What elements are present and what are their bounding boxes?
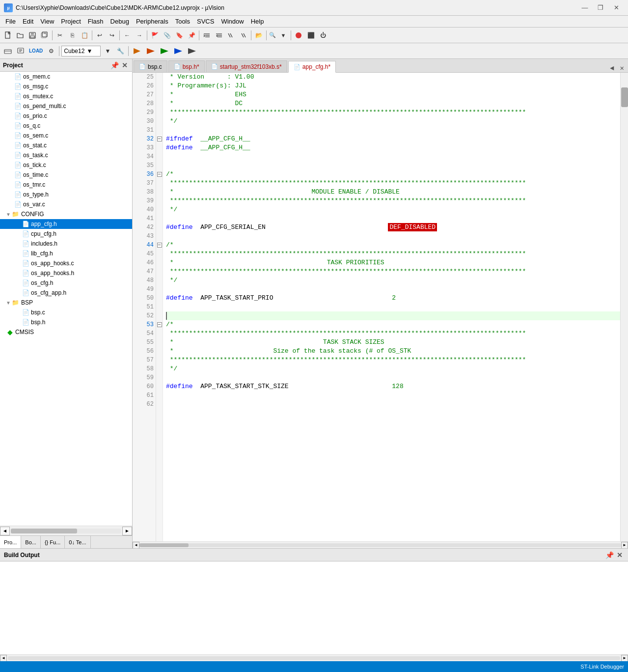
menu-help[interactable]: Help [247,17,268,26]
project-dropdown-config[interactable]: ▼ [102,45,113,57]
build-h-scroll-track[interactable] [8,656,620,660]
h-scroll-left-button[interactable]: ◄ [133,542,139,549]
menu-debug[interactable]: Debug [107,17,133,26]
paste-button[interactable]: 📋 [79,29,90,41]
tree-item-os_msg[interactable]: 📄 os_msg.c [0,82,132,91]
bookmark4-button[interactable]: 📌 [186,29,197,41]
unindent-button[interactable] [213,29,225,41]
manage-proj-button[interactable] [15,45,27,57]
comment-button[interactable] [225,29,237,41]
build-h-scroll-right[interactable]: ► [621,655,628,662]
save-all-button[interactable] [39,29,51,41]
tab-app-cfg-h[interactable]: 📄 app_cfg.h* [288,61,336,73]
build-target-button[interactable] [2,45,14,57]
magic-wand-button[interactable]: ⚙ [45,45,57,57]
menu-file[interactable]: File [2,17,19,26]
tree-item-os_sem[interactable]: 📄 os_sem.c [0,131,132,140]
build-h-scroll-left[interactable]: ◄ [0,655,7,662]
sidebar-tab-functions[interactable]: {} Fu... [41,536,65,548]
editor-vertical-scrollbar[interactable] [620,73,628,541]
tree-item-os_cfg_h[interactable]: 📄 os_cfg.h [0,278,132,288]
compile-button[interactable] [131,45,143,57]
sidebar-tab-books[interactable]: Bo... [21,536,41,548]
tree-item-lib_cfg[interactable]: 📄 lib_cfg.h [0,249,132,258]
stop-button[interactable]: ⬛ [305,29,317,41]
uncomment-button[interactable] [238,29,249,41]
tree-item-os_cfg_app_h[interactable]: 📄 os_cfg_app.h [0,288,132,298]
flash2-button[interactable] [186,45,198,57]
tree-item-os_prio[interactable]: 📄 os_prio.c [0,111,132,121]
undo-button[interactable]: ↩ [94,29,106,41]
tree-item-os_tmr[interactable]: 📄 os_tmr.c [0,180,132,190]
fold-gutter-32[interactable]: — [156,135,163,143]
new-file-button[interactable] [2,29,14,41]
cut-button[interactable]: ✂ [54,29,66,41]
sidebar-close-button[interactable]: ✕ [120,61,129,69]
rebuild-button[interactable] [158,45,171,57]
menu-view[interactable]: View [37,17,57,26]
tree-item-os_stat[interactable]: 📄 os_stat.c [0,140,132,150]
open-file-button[interactable] [14,29,26,41]
sidebar-horizontal-scrollbar[interactable] [11,529,121,533]
tree-item-bsp_h[interactable]: 📄 bsp.h [0,317,132,327]
tree-folder-config[interactable]: ▼ 📁 CONFIG [0,209,132,219]
fold-icon-44[interactable]: — [157,243,162,248]
copy-button[interactable]: ⎘ [66,29,78,41]
tree-folder-bsp[interactable]: ▼ 📁 BSP [0,298,132,308]
sidebar-tab-project[interactable]: Pro... [0,536,21,548]
sidebar-tab-templates[interactable]: 0↓ Te... [65,536,90,548]
tree-item-os_mutex[interactable]: 📄 os_mutex.c [0,91,132,101]
search-dropdown-btn[interactable]: ▼ [277,29,289,41]
nav-forward-button[interactable]: → [134,29,145,41]
bookmark2-button[interactable]: 📎 [161,29,173,41]
build-button[interactable] [144,45,157,57]
flash-button[interactable] [172,45,185,57]
power-button[interactable]: ⏻ [317,29,329,41]
fold-icon-36[interactable]: — [157,172,162,177]
tree-item-os_mem[interactable]: 📄 os_mem.c [0,72,132,82]
fold-gutter-44[interactable]: — [156,241,163,250]
open-file-btn2[interactable]: 📂 [253,29,265,41]
tree-item-cpu_cfg[interactable]: 📄 cpu_cfg.h [0,229,132,239]
build-output-pin-button[interactable]: 📌 [604,551,615,559]
code-content[interactable]: * Version : V1.00 * Programmer(s): JJL *… [163,73,620,541]
menu-tools[interactable]: Tools [172,17,193,26]
save-button[interactable] [27,29,38,41]
run-button[interactable] [293,29,304,41]
load-button[interactable]: LOAD [27,45,44,57]
menu-project[interactable]: Project [57,17,84,26]
tree-item-os_pend_multi[interactable]: 📄 os_pend_multi.c [0,101,132,111]
menu-edit[interactable]: Edit [19,17,37,26]
fold-icon-32[interactable]: — [157,137,162,141]
nav-back-button[interactable]: ← [121,29,133,41]
tree-item-os_tick[interactable]: 📄 os_tick.c [0,160,132,170]
fold-gutter-53[interactable]: — [156,320,163,329]
sidebar-pin-button[interactable]: 📌 [109,61,120,69]
minimize-button[interactable]: — [577,0,593,16]
tree-item-includes[interactable]: 📄 includes.h [0,239,132,249]
build-output-close-button[interactable]: ✕ [615,551,624,559]
bookmark1-button[interactable]: 🚩 [149,29,161,41]
tab-scroll-left-button[interactable]: ◄ [608,64,616,72]
tree-item-os_time[interactable]: 📄 os_time.c [0,170,132,180]
tree-item-os_app_hooks_h[interactable]: 📄 os_app_hooks.h [0,268,132,278]
tree-item-os_task[interactable]: 📄 os_task.c [0,150,132,160]
h-scroll-track[interactable] [139,543,621,547]
tab-startup[interactable]: 📄 startup_stm32f103xb.s* [206,60,287,72]
tree-item-os_q[interactable]: 📄 os_q.c [0,121,132,131]
bookmark3-button[interactable]: 🔖 [173,29,185,41]
tree-item-os_var[interactable]: 📄 os_var.c [0,199,132,209]
redo-button[interactable]: ↪ [106,29,118,41]
sidebar-scroll-right[interactable]: ► [122,527,132,535]
tree-item-bsp_c[interactable]: 📄 bsp.c [0,308,132,317]
magic-config-button[interactable]: 🔧 [114,45,126,57]
menu-svcs[interactable]: SVCS [193,17,218,26]
menu-window[interactable]: Window [218,17,247,26]
fold-icon-53[interactable]: — [157,322,162,327]
indent-button[interactable] [201,29,213,41]
close-button[interactable]: ✕ [608,0,624,16]
menu-flash[interactable]: Flash [84,17,107,26]
project-dropdown[interactable]: Cube12 ▼ [61,46,101,56]
h-scroll-right-button[interactable]: ► [621,542,628,549]
tab-close-active-button[interactable]: ✕ [618,64,626,72]
